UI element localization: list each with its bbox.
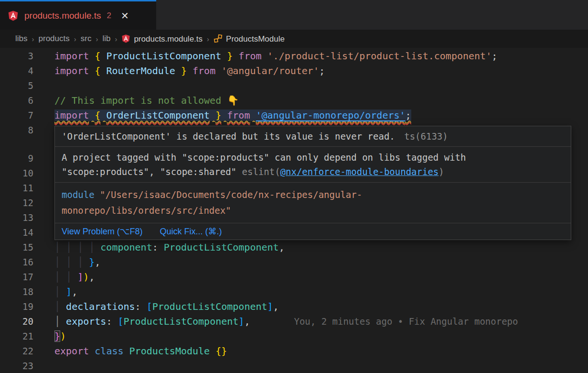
- angular-icon: [121, 34, 130, 43]
- breadcrumb-separator-icon: ›: [207, 35, 209, 43]
- angular-icon: [8, 10, 19, 21]
- breadcrumb-item-products[interactable]: products: [39, 34, 70, 44]
- breadcrumb-separator-icon: ›: [74, 35, 76, 43]
- line-number[interactable]: 14: [0, 225, 33, 240]
- code-line-6[interactable]: 6// This import is not allowed 👇: [0, 93, 588, 108]
- eslint-message-line1: A project tagged with "scope:products" c…: [62, 150, 564, 165]
- hover-popup: 'OrderListComponent' is declared but its…: [54, 126, 571, 240]
- code-line-content[interactable]: │ ],: [54, 285, 77, 299]
- code-line-19[interactable]: 19│ declarations: [ProductListComponent]…: [0, 299, 588, 314]
- line-number[interactable]: 7: [0, 108, 33, 123]
- code-line-15[interactable]: 15│ │ │ │ component: ProductListComponen…: [0, 240, 588, 255]
- code-line-22[interactable]: 22export class ProductsModule {}: [0, 344, 588, 359]
- breadcrumb: libs›products›src›lib›products.module.ts…: [0, 30, 588, 48]
- code-editor[interactable]: 3import { ProductListComponent } from '.…: [0, 48, 588, 373]
- code-line-21[interactable]: 21}): [0, 329, 588, 344]
- breadcrumb-item-productsmodule[interactable]: ProductsModule: [214, 34, 285, 44]
- line-number[interactable]: 3: [0, 49, 33, 64]
- module-path-line2: monorepo/libs/orders/src/index": [62, 205, 231, 216]
- line-number[interactable]: 4: [0, 64, 33, 78]
- line-number[interactable]: 6: [0, 93, 33, 108]
- code-line-20[interactable]: 20│ exports: [ProductListComponent],You,…: [0, 314, 588, 329]
- line-number[interactable]: 12: [0, 196, 33, 210]
- line-number[interactable]: 5: [0, 78, 33, 93]
- line-number[interactable]: 15: [0, 240, 33, 255]
- eslint-source-suffix: ): [438, 166, 444, 177]
- code-line-content[interactable]: │ │ │ },: [54, 255, 100, 270]
- ts-diagnostic: 'OrderListComponent' is declared but its…: [55, 126, 571, 146]
- line-number[interactable]: 10: [0, 166, 33, 181]
- tab-bar: products.module.ts 2 ✕: [0, 0, 588, 30]
- hover-actions: View Problem (⌥F8) Quick Fix... (⌘.): [55, 223, 571, 240]
- breadcrumb-item-src[interactable]: src: [81, 34, 92, 44]
- module-path-line1: "/Users/isaac/Documents/code/nx-recipes/…: [95, 189, 363, 200]
- tab-products-module[interactable]: products.module.ts 2 ✕: [0, 0, 156, 30]
- eslint-diagnostic: A project tagged with "scope:products" c…: [55, 146, 571, 182]
- code-line-content[interactable]: │ declarations: [ProductListComponent],: [54, 299, 279, 314]
- line-number[interactable]: 19: [0, 299, 33, 314]
- breadcrumb-separator-icon: ›: [96, 35, 98, 43]
- code-line-content[interactable]: // This import is not allowed 👇: [54, 93, 239, 108]
- code-line-content[interactable]: │ │ ]),: [54, 270, 95, 285]
- code-line-content[interactable]: │ │ │ │ component: ProductListComponent,: [54, 240, 285, 255]
- code-line-17[interactable]: 17│ │ ]),: [0, 270, 588, 285]
- code-line-16[interactable]: 16│ │ │ },: [0, 255, 588, 270]
- code-line-content[interactable]: import { OrderListComponent } from '@ang…: [54, 108, 411, 123]
- breadcrumb-item-products-module-ts[interactable]: products.module.ts: [121, 34, 203, 44]
- tab-problems-badge: 2: [107, 11, 111, 21]
- code-line-18[interactable]: 18│ ],: [0, 285, 588, 299]
- module-path-info: module "/Users/isaac/Documents/code/nx-r…: [55, 182, 571, 223]
- eslint-message-line2: "scope:products", "scope:shared" eslint(…: [62, 165, 564, 179]
- code-line-7[interactable]: 7import { OrderListComponent } from '@an…: [0, 108, 588, 123]
- ts-diagnostic-message: 'OrderListComponent' is declared but its…: [62, 131, 395, 142]
- class-symbol-icon: [214, 34, 223, 43]
- line-number[interactable]: 21: [0, 329, 33, 344]
- code-line-content[interactable]: export class ProductsModule {}: [54, 344, 227, 359]
- line-number[interactable]: 9: [0, 151, 33, 166]
- quick-fix-action[interactable]: Quick Fix... (⌘.): [160, 226, 222, 237]
- line-number[interactable]: 18: [0, 285, 33, 299]
- eslint-message-line2-text: "scope:products", "scope:shared": [62, 166, 242, 177]
- tab-title: products.module.ts: [24, 11, 101, 21]
- code-line-content[interactable]: import { ProductListComponent } from './…: [54, 49, 497, 64]
- module-keyword: module: [62, 189, 95, 200]
- breadcrumb-item-libs[interactable]: libs: [15, 34, 28, 44]
- tab-close-button[interactable]: ✕: [121, 10, 129, 22]
- ts-diagnostic-code: ts(6133): [404, 131, 448, 142]
- line-number[interactable]: 16: [0, 255, 33, 270]
- code-line-content[interactable]: import { RouterModule } from '@angular/r…: [54, 64, 325, 78]
- line-number[interactable]: 23: [0, 359, 33, 373]
- breadcrumb-item-lib[interactable]: lib: [102, 34, 110, 44]
- line-number[interactable]: 11: [0, 181, 33, 196]
- eslint-source-prefix: eslint(: [242, 166, 280, 177]
- line-number[interactable]: 20: [0, 314, 33, 329]
- line-number[interactable]: 13: [0, 210, 33, 225]
- breadcrumb-separator-icon: ›: [115, 35, 117, 43]
- error-squiggle-range[interactable]: import { OrderListComponent } from '@ang…: [54, 110, 411, 121]
- code-line-content[interactable]: │ exports: [ProductListComponent],You, 2…: [54, 314, 518, 329]
- view-problem-action[interactable]: View Problem (⌥F8): [62, 226, 142, 237]
- code-line-4[interactable]: 4import { RouterModule } from '@angular/…: [0, 64, 588, 78]
- code-line-3[interactable]: 3import { ProductListComponent } from '.…: [0, 49, 588, 64]
- eslint-rule-link[interactable]: @nx/enforce-module-boundaries: [280, 166, 439, 177]
- git-blame-annotation: You, 2 minutes ago • Fix Angular monorep…: [294, 316, 518, 327]
- code-line-5[interactable]: 5: [0, 78, 588, 93]
- line-number[interactable]: 8: [0, 123, 33, 138]
- code-line-23[interactable]: 23: [0, 359, 588, 373]
- breadcrumb-separator-icon: ›: [32, 35, 34, 43]
- line-number[interactable]: 22: [0, 344, 33, 359]
- vscode-window: products.module.ts 2 ✕ libs›products›src…: [0, 0, 588, 373]
- code-line-content[interactable]: }): [54, 329, 66, 344]
- line-number[interactable]: 17: [0, 270, 33, 285]
